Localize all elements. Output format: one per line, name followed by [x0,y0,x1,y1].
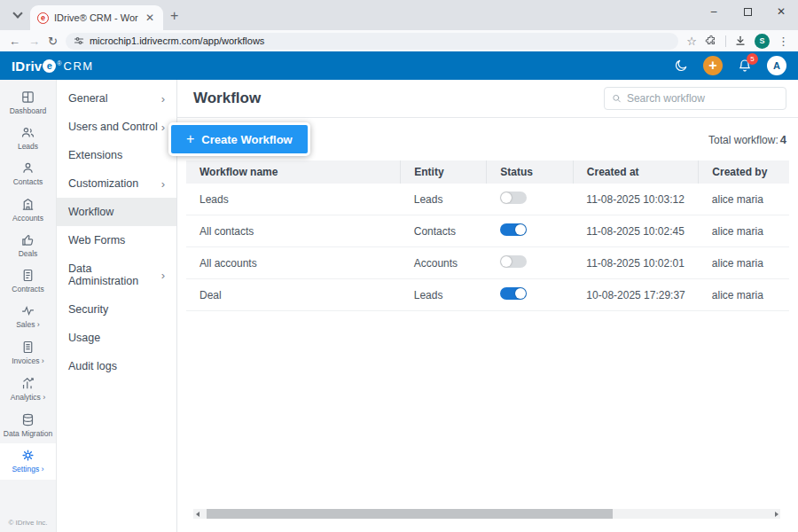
status-toggle[interactable] [500,192,527,204]
entity-cell: Accounts [401,247,487,279]
deals-thumbs-up-icon [20,232,35,247]
status-toggle[interactable] [500,287,527,300]
user-avatar[interactable]: A [767,56,786,75]
window-controls: – ✕ [697,0,798,23]
quick-add-button[interactable]: + [703,56,723,75]
chevron-right-icon: › [37,320,40,329]
menu-item-general[interactable]: General› [57,84,176,113]
toolbar-divider [725,35,726,47]
workflow-table: Workflow name Entity Status Created at C… [186,160,789,311]
browser-profile-avatar[interactable]: S [755,34,770,49]
created-by-cell: alice maria [699,279,789,311]
scroll-right-arrow[interactable] [772,509,780,519]
idrive-crm-logo[interactable]: IDriv e ® CRM [12,59,94,74]
browser-window: e IDrive® CRM - Workflow ✕ + – ✕ ← → ↻ m… [0,0,798,532]
table-header-row: Workflow name Entity Status Created at C… [186,160,789,184]
search-input[interactable] [627,92,778,105]
status-toggle[interactable] [500,223,527,236]
sidebar-item-analytics[interactable]: Analytics › [0,372,56,408]
menu-item-audit-logs[interactable]: Audit logs [57,352,176,380]
menu-item-extensions[interactable]: Extensions [57,141,176,169]
downloads-icon[interactable] [734,35,747,47]
scroll-left-arrow[interactable] [193,509,201,519]
status-toggle[interactable] [500,255,527,268]
sidebar-item-contracts[interactable]: Contracts [0,263,56,299]
sidebar-item-settings[interactable]: Settings › [0,443,56,480]
tab-search-button[interactable] [7,4,28,26]
idrive-favicon: e [37,12,49,24]
menu-item-workflow[interactable]: Workflow [57,198,176,226]
workflow-search[interactable] [604,87,786,110]
sidebar-item-data-migration[interactable]: Data Migration [0,408,56,443]
forward-button[interactable]: → [28,35,40,47]
table-row[interactable]: All accounts Accounts 11-08-2025 10:02:0… [186,247,789,279]
created-at-cell: 11-08-2025 10:02:01 [573,247,698,279]
created-at-cell: 11-08-2025 10:02:45 [573,215,698,247]
menu-item-data-administration[interactable]: Data Administration› [57,254,176,295]
site-info-icon[interactable] [74,35,84,46]
scrollbar-track[interactable] [201,509,772,519]
settings-menu: General› Users and Control› Extensions C… [57,80,177,532]
address-bar[interactable]: microchip1.idrivecrm.com/app/workflows [66,33,678,50]
new-tab-button[interactable]: + [170,8,178,24]
column-header-created-by: Created by [699,160,789,184]
sidebar-item-dashboard[interactable]: Dashboard [0,85,56,121]
tab-close-icon[interactable]: ✕ [144,12,156,24]
browser-tab[interactable]: e IDrive® CRM - Workflow ✕ [30,5,163,30]
table-row[interactable]: Leads Leads 11-08-2025 10:03:12 alice ma… [186,184,789,215]
url-text: microchip1.idrivecrm.com/app/workflows [90,35,264,46]
menu-item-web-forms[interactable]: Web Forms [57,226,176,254]
notifications-bell-icon[interactable]: 5 [738,59,752,73]
scrollbar-thumb[interactable] [207,509,612,519]
workflow-table-container: Workflow name Entity Status Created at C… [186,160,789,532]
entity-cell: Leads [401,184,487,215]
create-workflow-button[interactable]: + Create Workflow [168,122,310,156]
sidebar-item-leads[interactable]: Leads [0,121,56,156]
search-icon [612,93,622,104]
created-by-cell: alice maria [699,247,789,279]
workflow-name-cell: All accounts [186,247,401,279]
entity-cell: Contacts [401,215,487,247]
sidebar-item-sales[interactable]: Sales › [0,299,56,335]
table-row[interactable]: All contacts Contacts 11-08-2025 10:02:4… [186,215,789,247]
browser-menu-icon[interactable]: ⋮ [778,35,789,47]
copyright-text: © IDrive Inc. [0,519,56,527]
dashboard-icon [20,90,35,105]
menu-item-security[interactable]: Security [57,295,176,324]
table-row[interactable]: Deal Leads 10-08-2025 17:29:37 alice mar… [186,279,789,311]
workflow-name-cell: Deal [186,279,401,311]
app-header-actions: + 5 A [674,56,786,75]
maximize-button[interactable] [731,0,764,23]
menu-item-usage[interactable]: Usage [57,324,176,352]
menu-item-customization[interactable]: Customization› [57,169,176,198]
back-button[interactable]: ← [9,35,20,47]
created-at-cell: 11-08-2025 10:03:12 [573,184,698,215]
accounts-icon [20,197,35,212]
page-header: Workflow [177,80,798,118]
bookmark-star-icon[interactable]: ☆ [686,35,697,47]
menu-item-users-and-control[interactable]: Users and Control› [57,113,176,141]
extensions-puzzle-icon[interactable] [705,35,717,47]
logo-registered-mark: ® [57,60,61,66]
sidebar-item-accounts[interactable]: Accounts [0,192,56,228]
workflow-name-cell: Leads [186,184,401,215]
horizontal-scrollbar[interactable] [193,509,780,519]
tab-title: IDrive® CRM - Workflow [54,12,138,23]
sidebar-item-contacts[interactable]: Contacts [0,156,56,192]
contracts-icon [20,268,35,283]
total-workflow-count: Total workflow:4 [708,133,786,146]
page-title: Workflow [193,90,261,107]
dark-mode-moon-icon[interactable] [674,59,688,73]
sidebar-item-deals[interactable]: Deals [0,228,56,263]
left-nav-rail: Dashboard Leads Contacts Accounts Deals … [0,80,57,532]
content-area: Dashboard Leads Contacts Accounts Deals … [0,80,798,532]
toolbar-actions: ☆ S ⋮ [686,34,789,49]
toggle-knob [501,256,512,267]
sidebar-item-invoices[interactable]: Invoices › [0,335,56,372]
toggle-knob [515,224,526,235]
minimize-button[interactable]: – [697,0,731,23]
logo-crm-text: CRM [64,59,94,73]
refresh-button[interactable]: ↻ [48,35,58,47]
close-button[interactable]: ✕ [764,0,798,23]
logo-e-icon: e [43,59,56,73]
